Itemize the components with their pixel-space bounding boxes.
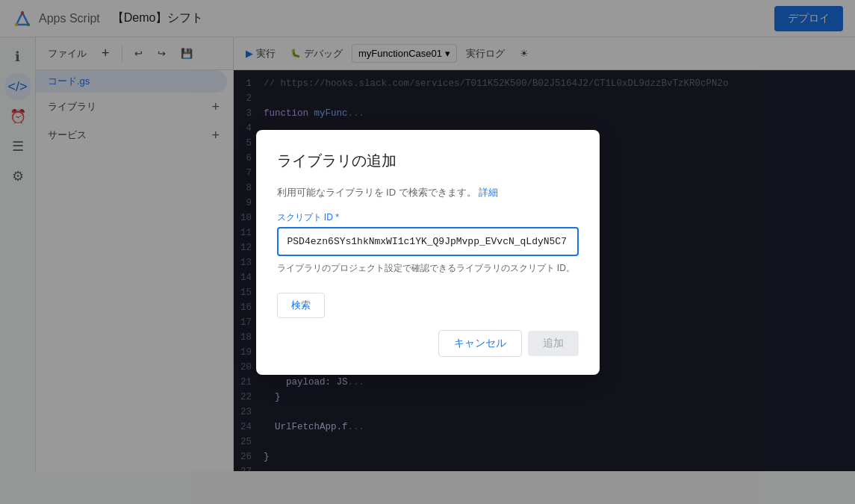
input-hint: ライブラリのプロジェクト設定で確認できるライブラリのスクリプト ID。 <box>277 262 579 275</box>
details-link[interactable]: 詳細 <box>479 187 498 198</box>
modal-overlay: ライブラリの追加 利用可能なライブラリを ID で検索できます。 詳細 スクリプ… <box>0 0 855 504</box>
dialog-actions: キャンセル 追加 <box>277 330 579 357</box>
add-button[interactable]: 追加 <box>528 331 579 356</box>
dialog-title: ライブラリの追加 <box>277 151 579 171</box>
script-id-label: スクリプト ID * <box>277 211 579 224</box>
dialog-description: 利用可能なライブラリを ID で検索できます。 詳細 <box>277 186 579 199</box>
script-id-input[interactable] <box>277 227 579 256</box>
add-library-dialog: ライブラリの追加 利用可能なライブラリを ID で検索できます。 詳細 スクリプ… <box>256 130 600 375</box>
cancel-button[interactable]: キャンセル <box>438 330 522 357</box>
search-button[interactable]: 検索 <box>277 293 325 318</box>
